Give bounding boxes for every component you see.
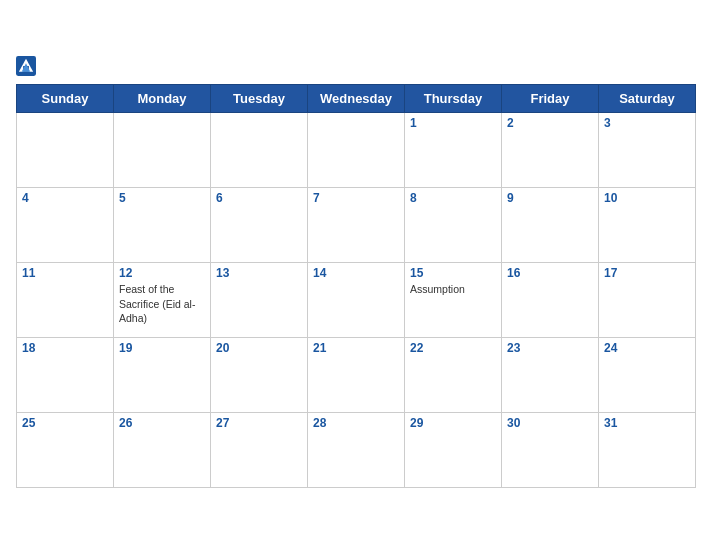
calendar-cell: 7 <box>308 188 405 263</box>
logo-icon <box>16 56 36 76</box>
day-number: 5 <box>119 191 205 205</box>
calendar-thead: SundayMondayTuesdayWednesdayThursdayFrid… <box>17 85 696 113</box>
calendar-cell: 10 <box>599 188 696 263</box>
day-number: 6 <box>216 191 302 205</box>
calendar-cell: 15Assumption <box>405 263 502 338</box>
calendar-cell: 28 <box>308 413 405 488</box>
calendar-cell: 31 <box>599 413 696 488</box>
calendar-cell: 16 <box>502 263 599 338</box>
day-number: 18 <box>22 341 108 355</box>
calendar-cell: 11 <box>17 263 114 338</box>
weekday-header-saturday: Saturday <box>599 85 696 113</box>
calendar-cell: 20 <box>211 338 308 413</box>
day-number: 27 <box>216 416 302 430</box>
day-number: 30 <box>507 416 593 430</box>
event-text: Feast of the Sacrifice (Eid al-Adha) <box>119 283 195 324</box>
calendar-cell: 18 <box>17 338 114 413</box>
weekday-header-thursday: Thursday <box>405 85 502 113</box>
week-row-4: 25262728293031 <box>17 413 696 488</box>
calendar-cell: 6 <box>211 188 308 263</box>
day-number: 4 <box>22 191 108 205</box>
weekday-header-friday: Friday <box>502 85 599 113</box>
day-number: 8 <box>410 191 496 205</box>
calendar-cell: 1 <box>405 113 502 188</box>
day-number: 12 <box>119 266 205 280</box>
calendar-cell: 27 <box>211 413 308 488</box>
weekday-header-wednesday: Wednesday <box>308 85 405 113</box>
calendar-cell: 26 <box>114 413 211 488</box>
calendar-cell: 23 <box>502 338 599 413</box>
day-number: 14 <box>313 266 399 280</box>
day-number: 29 <box>410 416 496 430</box>
calendar-cell: 12Feast of the Sacrifice (Eid al-Adha) <box>114 263 211 338</box>
calendar-cell <box>17 113 114 188</box>
calendar-cell: 5 <box>114 188 211 263</box>
calendar-cell: 3 <box>599 113 696 188</box>
weekday-header-sunday: Sunday <box>17 85 114 113</box>
calendar-cell: 17 <box>599 263 696 338</box>
day-number: 23 <box>507 341 593 355</box>
calendar-cell <box>308 113 405 188</box>
week-row-1: 45678910 <box>17 188 696 263</box>
calendar-wrapper: SundayMondayTuesdayWednesdayThursdayFrid… <box>0 46 712 504</box>
weekday-header-tuesday: Tuesday <box>211 85 308 113</box>
day-number: 10 <box>604 191 690 205</box>
calendar-cell: 19 <box>114 338 211 413</box>
day-number: 16 <box>507 266 593 280</box>
calendar-cell: 8 <box>405 188 502 263</box>
event-text: Assumption <box>410 283 465 295</box>
calendar-cell <box>114 113 211 188</box>
day-number: 25 <box>22 416 108 430</box>
day-number: 31 <box>604 416 690 430</box>
calendar-cell: 29 <box>405 413 502 488</box>
day-number: 11 <box>22 266 108 280</box>
calendar-cell: 22 <box>405 338 502 413</box>
calendar-cell: 14 <box>308 263 405 338</box>
calendar-cell: 13 <box>211 263 308 338</box>
calendar-cell: 4 <box>17 188 114 263</box>
day-number: 1 <box>410 116 496 130</box>
calendar-cell: 21 <box>308 338 405 413</box>
day-number: 3 <box>604 116 690 130</box>
calendar-cell: 30 <box>502 413 599 488</box>
calendar-tbody: 123456789101112Feast of the Sacrifice (E… <box>17 113 696 488</box>
calendar-cell: 9 <box>502 188 599 263</box>
calendar-cell: 2 <box>502 113 599 188</box>
logo-area <box>16 56 44 76</box>
day-number: 21 <box>313 341 399 355</box>
week-row-2: 1112Feast of the Sacrifice (Eid al-Adha)… <box>17 263 696 338</box>
weekday-header-monday: Monday <box>114 85 211 113</box>
day-number: 9 <box>507 191 593 205</box>
day-number: 20 <box>216 341 302 355</box>
weekday-header-row: SundayMondayTuesdayWednesdayThursdayFrid… <box>17 85 696 113</box>
calendar-cell <box>211 113 308 188</box>
day-number: 24 <box>604 341 690 355</box>
day-number: 28 <box>313 416 399 430</box>
day-number: 26 <box>119 416 205 430</box>
day-number: 22 <box>410 341 496 355</box>
calendar-cell: 25 <box>17 413 114 488</box>
day-number: 17 <box>604 266 690 280</box>
day-number: 15 <box>410 266 496 280</box>
day-number: 7 <box>313 191 399 205</box>
day-number: 19 <box>119 341 205 355</box>
calendar-header <box>16 56 696 76</box>
day-number: 2 <box>507 116 593 130</box>
calendar-cell: 24 <box>599 338 696 413</box>
week-row-0: 123 <box>17 113 696 188</box>
day-number: 13 <box>216 266 302 280</box>
calendar-table: SundayMondayTuesdayWednesdayThursdayFrid… <box>16 84 696 488</box>
week-row-3: 18192021222324 <box>17 338 696 413</box>
